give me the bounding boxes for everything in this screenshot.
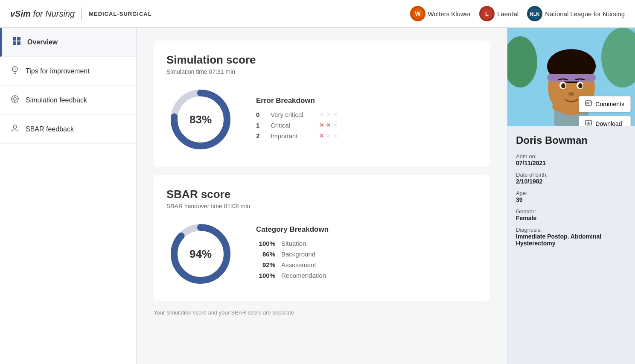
logo-vsim: vSim [10,9,31,18]
brand-wolters-kluwer: W Wolters Kluwer [410,6,471,21]
category-pct-1: 86% [256,250,275,258]
category-row-1: 86% Background [256,250,329,258]
diagnosis-row: Diagnosis: Immediate Postop. Abdominal H… [516,227,626,247]
sbar-score-row: 94% Category Breakdown 100% Situation 86… [166,220,477,288]
sidebar-tips-label: Tips for improvement [26,67,90,75]
logo-text: vSim for Nursing [10,9,75,19]
simulation-score-subtitle: Simulation time 07:31 min [166,68,477,75]
adm-value: 07/11/2021 [516,160,626,166]
simulation-feedback-icon [10,94,20,106]
brand-nln: NLN National League for Nursing [527,6,625,21]
svg-point-16 [14,98,16,100]
breakdown-label-critical: Critical [271,122,313,129]
breakdown-label-important: Important [271,132,313,140]
adm-label: Adm on: [516,153,626,160]
dot-2-0: ✕ [319,132,324,139]
svg-text:W: W [415,10,421,17]
category-breakdown-title: Category Breakdown [256,225,329,234]
sidebar-overview-label: Overview [27,38,58,46]
svg-line-14 [14,69,16,70]
category-label-1: Background [281,250,315,258]
sidebar-item-sbar-feedback[interactable]: SBAR feedback [0,115,136,144]
logo-for: for Nursing [33,9,75,18]
dob-row: Date of birth: 2/10/1982 [516,172,626,185]
logo-sub: MEDICAL-SURGICAL [89,11,151,17]
download-button[interactable]: Download [579,116,631,126]
category-pct-3: 100% [256,272,275,279]
svg-rect-33 [547,74,596,82]
brand-laerdal: L Laerdal [479,6,518,21]
svg-rect-9 [17,41,20,45]
svg-text:L: L [485,11,489,17]
patient-info: Doris Bowman Adm on: 07/11/2021 Date of … [507,126,635,260]
overview-icon [12,36,21,48]
sbar-score-card: SBAR score SBAR handover time 01:08 min … [154,175,490,301]
svg-text:NLN: NLN [530,12,540,17]
main-content: Simulation score Simulation time 07:31 m… [137,28,507,364]
logo: vSim for Nursing MEDICAL-SURGICAL [10,8,152,20]
breakdown-dots-0: ✕ ✕ ✕ [319,111,338,118]
dot-2-1: ✕ [326,132,331,139]
sidebar-item-overview[interactable]: Overview [0,28,136,57]
simulation-score-label: 83% [189,113,212,126]
gender-value: Female [516,215,626,221]
dot-1-0: ✕ [319,122,324,128]
comments-button[interactable]: Comments [579,96,631,112]
svg-rect-8 [13,41,16,45]
sidebar-item-tips[interactable]: Tips for improvement [0,57,136,86]
download-label: Download [595,120,622,126]
age-row: Age: 39 [516,190,626,203]
age-label: Age: [516,190,626,196]
layout: Overview Tips for improvement [0,28,635,364]
simulation-score-row: 83% Error Breakdown 0 Very critical ✕ ✕ … [166,85,477,154]
category-label-0: Situation [281,240,306,247]
dot-0-1: ✕ [326,111,331,118]
sidebar-sbar-feedback-label: SBAR feedback [26,125,74,133]
gender-row: Gender: Female [516,208,626,221]
category-label-3: Recomendation [281,272,326,279]
svg-point-21 [13,125,17,128]
action-buttons: Comments Download [579,96,631,126]
category-row-0: 100% Situation [256,240,329,247]
download-icon [585,119,592,126]
simulation-score-title: Simulation score [166,53,477,67]
dob-label: Date of birth: [516,172,626,178]
category-pct-2: 92% [256,261,275,268]
breakdown-row-0: 0 Very critical ✕ ✕ ✕ [256,111,338,118]
category-label-2: Assessment [281,261,316,268]
category-pct-0: 100% [256,240,275,247]
dob-value: 2/10/1982 [516,178,626,185]
simulation-donut: 83% [166,85,235,154]
breakdown-row-1: 1 Critical ✕ ✕ ✕ [256,122,338,129]
svg-point-36 [561,83,565,88]
dot-1-1: ✕ [326,122,331,128]
sbar-feedback-icon [10,123,20,135]
wk-label: Wolters Kluwer [428,10,471,17]
diagnosis-value: Immediate Postop. Abdominal Hysterectomy [516,233,626,247]
comments-label: Comments [595,101,624,108]
sbar-donut: 94% [166,220,235,288]
category-row-2: 92% Assessment [256,261,329,268]
sbar-score-label: 94% [189,248,212,261]
breakdown-num-1: 1 [256,122,265,129]
footer-note: Your simulation score and your SBAR scor… [154,309,490,316]
patient-name: Doris Bowman [516,134,626,146]
sidebar-item-simulation-feedback[interactable]: Simulation feedback [0,86,136,115]
error-breakdown: Error Breakdown 0 Very critical ✕ ✕ ✕ 1 … [256,96,338,143]
nln-label: National League for Nursing [545,10,625,17]
adm-row: Adm on: 07/11/2021 [516,153,626,166]
svg-point-37 [578,83,583,88]
patient-image: Comments Download [507,28,635,126]
dot-2-2: ✕ [333,132,338,139]
breakdown-dots-2: ✕ ✕ ✕ [319,132,338,139]
header-brands: W Wolters Kluwer L Laerdal NLN National [410,6,625,21]
wk-icon: W [410,6,425,21]
patient-panel: Comments Download Doris Bowman [507,28,635,364]
dot-0-0: ✕ [319,111,324,118]
category-row-3: 100% Recomendation [256,272,329,279]
age-value: 39 [516,196,626,203]
svg-rect-7 [17,37,20,41]
breakdown-dots-1: ✕ ✕ ✕ [319,122,338,128]
svg-rect-6 [13,37,16,41]
sbar-score-subtitle: SBAR handover time 01:08 min [166,203,477,210]
